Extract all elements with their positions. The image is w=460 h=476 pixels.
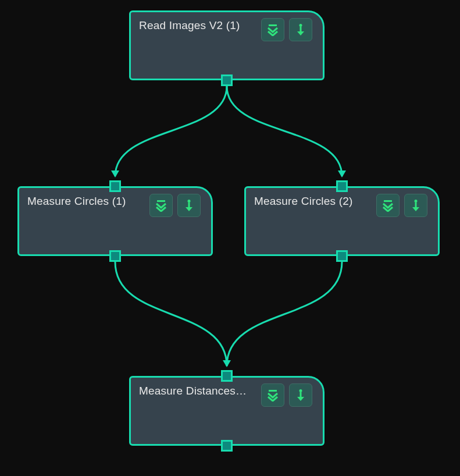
node-title: Measure Circles (1)	[27, 195, 126, 208]
svg-rect-12	[269, 390, 277, 392]
svg-point-9	[415, 200, 418, 203]
expand-button[interactable]	[261, 383, 284, 407]
input-port[interactable]	[336, 180, 348, 192]
run-down-icon	[183, 199, 195, 212]
diagram-canvas[interactable]: Read Images V2 (1) Measure Circles (	[0, 0, 460, 476]
output-port[interactable]	[221, 74, 233, 86]
output-port[interactable]	[109, 250, 121, 262]
svg-marker-3	[297, 31, 304, 35]
run-down-icon	[294, 23, 307, 36]
svg-rect-8	[384, 200, 392, 202]
expand-button[interactable]	[149, 194, 173, 217]
edge-n2-n4	[115, 262, 227, 366]
svg-marker-15	[297, 397, 304, 401]
arrowhead-icon	[111, 170, 119, 177]
node-title: Measure Circles (2)	[254, 195, 353, 208]
run-down-icon	[294, 389, 307, 402]
expand-button[interactable]	[376, 194, 400, 217]
node-title: Read Images V2 (1)	[139, 19, 240, 32]
output-port[interactable]	[221, 440, 233, 452]
svg-marker-7	[186, 207, 192, 211]
run-button[interactable]	[289, 383, 312, 407]
svg-rect-0	[269, 24, 277, 26]
node-measure-distances[interactable]: Measure Distances…	[129, 376, 325, 446]
node-measure-circles-1[interactable]: Measure Circles (1)	[17, 186, 213, 256]
run-down-icon	[409, 199, 422, 212]
arrowhead-icon	[338, 170, 346, 177]
svg-point-5	[188, 200, 191, 203]
svg-point-1	[299, 24, 302, 27]
expand-button[interactable]	[261, 18, 284, 41]
run-button[interactable]	[404, 194, 427, 217]
node-measure-circles-2[interactable]: Measure Circles (2)	[244, 186, 440, 256]
svg-rect-4	[157, 200, 165, 202]
svg-marker-11	[412, 207, 419, 211]
run-button[interactable]	[177, 194, 201, 217]
svg-point-13	[299, 389, 302, 392]
node-title: Measure Distances…	[139, 385, 247, 397]
edge-n3-n4	[227, 262, 342, 366]
input-port[interactable]	[221, 370, 233, 382]
edge-n1-n3	[227, 86, 342, 176]
expand-down-icon	[381, 199, 394, 212]
output-port[interactable]	[336, 250, 348, 262]
expand-down-icon	[266, 389, 279, 402]
expand-down-icon	[155, 199, 167, 212]
edge-n1-n2	[115, 86, 227, 176]
arrowhead-icon	[223, 360, 231, 367]
run-button[interactable]	[289, 18, 312, 41]
node-read-images[interactable]: Read Images V2 (1)	[129, 10, 325, 80]
input-port[interactable]	[109, 180, 121, 192]
expand-down-icon	[266, 23, 279, 36]
